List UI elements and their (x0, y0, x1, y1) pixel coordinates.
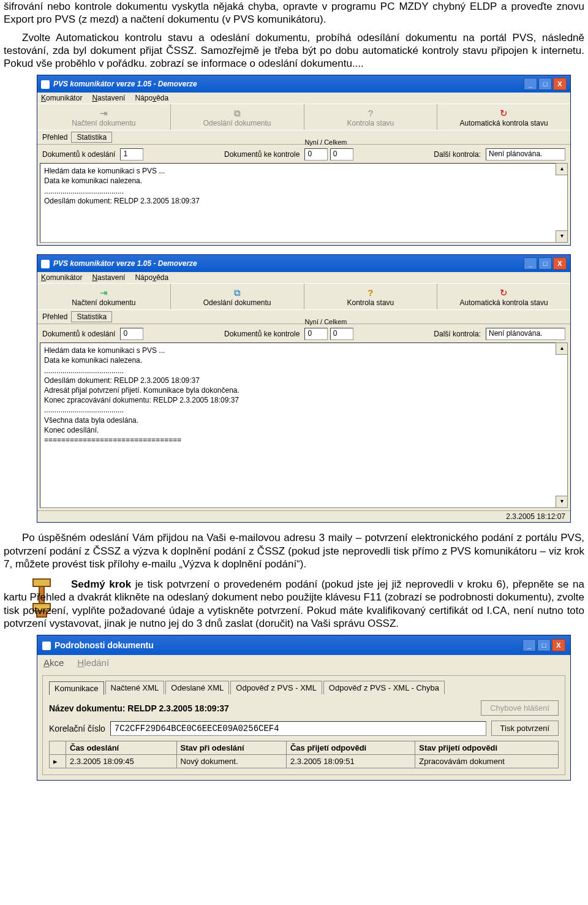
col-pointer (50, 741, 66, 755)
log-line: Konec odesílání. (44, 425, 564, 435)
cell-stav-prijeti: Zpracovávám dokument (415, 755, 559, 768)
tool-kontrola[interactable]: ?Kontrola stavu (304, 284, 438, 309)
paragraph-3: Po úspěšném odeslání Vám přijdou na Vaši… (4, 531, 584, 570)
svg-rect-0 (33, 579, 50, 586)
paragraph-1: šifrování nebo kontrole dokumentu vyskyt… (4, 0, 584, 26)
history-table: Čas odeslání Stav při odeslání Čas přije… (49, 741, 559, 768)
scroll-down-icon[interactable]: ▾ (556, 496, 568, 508)
pvs-window-2: PVS komunikátor verze 1.05 - Demoverze _… (37, 254, 571, 523)
menu-hledani[interactable]: Hledání (77, 657, 109, 668)
scroll-up-icon[interactable]: ▴ (556, 163, 568, 175)
val-nyni: 0 (304, 328, 328, 340)
menu-napoveda[interactable]: Nápověda (135, 94, 168, 102)
check-icon: ? (307, 108, 435, 119)
tab-odeslane-xml[interactable]: Odeslané XML (165, 681, 229, 694)
log-line: ....................................... (44, 186, 564, 196)
tool-kontrola[interactable]: ?Kontrola stavu (304, 104, 438, 130)
tab-odpoved-xml-chyba[interactable]: Odpověď z PVS - XML - Chyba (323, 681, 445, 694)
tab-prehled[interactable]: Přehled (42, 312, 67, 321)
menu-komunikator[interactable]: Komunikátor (41, 273, 82, 282)
menubar: Komunikátor Nastavení Nápověda (37, 272, 570, 283)
reload-icon: ↻ (440, 108, 568, 119)
log-area-1[interactable]: Hledám data ke komunikaci s PVS ... Data… (40, 163, 568, 243)
app-icon (41, 260, 50, 268)
tab-komunikace[interactable]: Komunikace (49, 681, 104, 695)
tab-nactene-xml[interactable]: Načtené XML (105, 681, 165, 694)
btn-chybove-hlaseni[interactable]: Chybové hlášení (481, 700, 559, 716)
close-button[interactable]: X (552, 639, 565, 651)
tab-odpoved-xml[interactable]: Odpověď z PVS - XML (230, 681, 322, 694)
tab-statistika[interactable]: Statistika (71, 132, 112, 143)
log-line: ....................................... (44, 366, 564, 376)
titlebar[interactable]: Podrobnosti dokumentu _ □ X (37, 635, 570, 655)
val-dalsi-kontrola: Není plánována. (486, 148, 565, 161)
tool-odeslani[interactable]: ⧉Odeslání dokumentu (171, 104, 304, 130)
tool-nacteni[interactable]: ⇥Načtení dokumentu (37, 284, 171, 309)
close-button[interactable]: X (553, 257, 567, 270)
lbl-nyni-celkem: Nyní / Celkem (304, 318, 347, 325)
menu-akce[interactable]: Akce (43, 657, 64, 668)
table-header-row: Čas odeslání Stav při odeslání Čas přije… (50, 741, 559, 755)
doc-name-label: Název dokumentu: RELDP 2.3.2005 18:09:37 (49, 703, 229, 713)
btn-tisk-potvrzeni[interactable]: Tisk potvrzení (491, 721, 559, 736)
status-time: 2.3.2005 18:12:07 (506, 512, 565, 521)
minimize-button[interactable]: _ (524, 78, 537, 90)
lbl-dalsi-kontrola: Další kontrola: (434, 330, 481, 338)
lbl-dok-odeslani: Dokumentů k odeslání (42, 330, 115, 338)
tab-prehled[interactable]: Přehled (42, 133, 67, 142)
log-line: Data ke komunikaci nalezena. (44, 355, 564, 365)
detail-window: Podrobnosti dokumentu _ □ X Akce Hledání… (37, 635, 571, 781)
reload-icon: ↻ (440, 287, 568, 298)
titlebar[interactable]: PVS komunikátor verze 1.05 - Demoverze _… (37, 75, 570, 93)
tool-auto-label: Automatická kontrola stavu (460, 298, 548, 307)
close-button[interactable]: X (553, 78, 567, 90)
tool-kontrola-label: Kontrola stavu (347, 298, 394, 307)
lbl-dok-odeslani: Dokumentů k odeslání (42, 150, 115, 159)
menu-nastaveni[interactable]: Nastavení (92, 273, 125, 282)
menubar: Komunikátor Nastavení Nápověda (37, 93, 570, 104)
scroll-down-icon[interactable]: ▾ (556, 230, 568, 243)
maximize-button[interactable]: □ (537, 639, 551, 651)
tool-auto-label: Automatická kontrola stavu (460, 119, 548, 127)
tool-auto-kontrola[interactable]: ↻Automatická kontrola stavu (437, 104, 570, 130)
menu-napoveda[interactable]: Nápověda (135, 273, 168, 282)
log-line: Hledám data ke komunikaci s PVS ... (44, 166, 564, 176)
status-bar: 2.3.2005 18:12:07 (37, 510, 570, 522)
send-icon: ⧉ (173, 287, 301, 298)
window-title: PVS komunikátor verze 1.05 - Demoverze (53, 80, 197, 88)
log-area-2[interactable]: Hledám data ke komunikaci s PVS ... Data… (40, 343, 568, 508)
import-icon: ⇥ (40, 287, 168, 298)
tool-auto-kontrola[interactable]: ↻Automatická kontrola stavu (437, 284, 570, 309)
inner-panel: Komunikace Načtené XML Odeslané XML Odpo… (42, 675, 565, 775)
minimize-button[interactable]: _ (524, 257, 537, 270)
table-row[interactable]: ▸ 2.3.2005 18:09:45 Nový dokument. 2.3.2… (50, 755, 559, 768)
titlebar[interactable]: PVS komunikátor verze 1.05 - Demoverze _… (37, 255, 570, 272)
val-nyni: 0 (304, 148, 328, 161)
menu-komunikator[interactable]: Komunikátor (41, 94, 82, 102)
log-line: Odesílám dokument: RELDP 2.3.2005 18:09:… (44, 376, 564, 385)
pvs-window-1: PVS komunikátor verze 1.05 - Demoverze _… (37, 75, 571, 246)
counters-row: Dokumentů k odeslání 0 Dokumentů ke kont… (37, 324, 570, 343)
col-stav-prijeti: Stav přijetí odpovědi (415, 741, 559, 755)
menu-nastaveni[interactable]: Nastavení (92, 94, 125, 102)
tab-statistika[interactable]: Statistika (71, 311, 112, 322)
tool-odeslani[interactable]: ⧉Odeslání dokumentu (171, 284, 304, 309)
val-dalsi-kontrola: Není plánována. (486, 328, 565, 340)
tool-odeslani-label: Odeslání dokumentu (203, 298, 271, 307)
menubar: Akce Hledání (37, 655, 570, 670)
app-icon (42, 642, 51, 650)
window-title: Podrobnosti dokumentu (55, 640, 154, 650)
row-pointer-icon: ▸ (50, 755, 66, 768)
counters-row: Dokumentů k odeslání 1 Dokumentů ke kont… (37, 145, 570, 163)
scroll-up-icon[interactable]: ▴ (556, 343, 568, 355)
minimize-button[interactable]: _ (522, 639, 536, 651)
maximize-button[interactable]: □ (538, 78, 552, 90)
question-icon: ? (307, 287, 435, 298)
log-line: ....................................... (44, 405, 564, 415)
val-celkem: 0 (330, 148, 353, 161)
maximize-button[interactable]: □ (538, 257, 552, 270)
log-line: Odesílám dokument: RELDP 2.3.2005 18:09:… (44, 196, 564, 206)
window-title: PVS komunikátor verze 1.05 - Demoverze (53, 259, 197, 268)
tool-nacteni[interactable]: ⇥Načtení dokumentu (37, 104, 171, 130)
input-korelacni-cislo[interactable]: 7C2CFF29D64BCE0C6EECE09A0256CEF4 (110, 721, 486, 736)
